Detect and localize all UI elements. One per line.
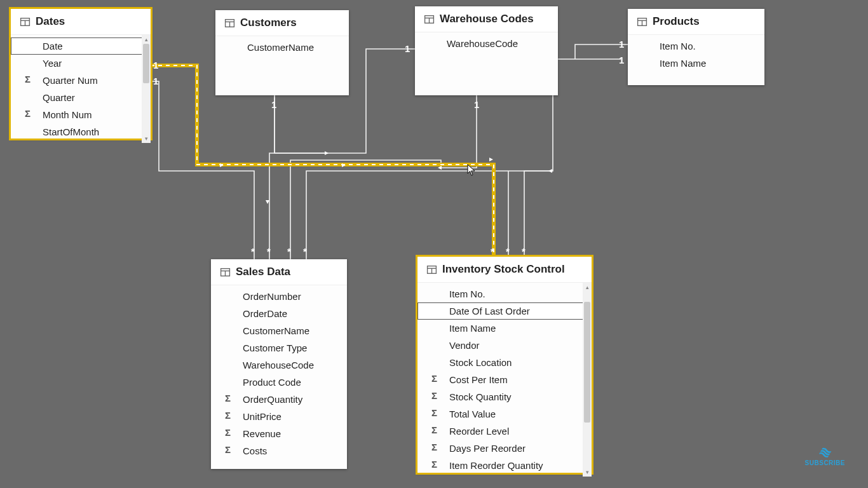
cardinality-label: * [303,246,307,257]
field-label: WarehouseCode [447,38,518,49]
field-label: OrderNumber [243,291,301,302]
sigma-icon: Σ [225,393,231,403]
table-icon [20,17,31,27]
sigma-icon: Σ [431,442,437,452]
cardinality-label: 1 [619,55,624,65]
field-label: UnitPrice [243,411,281,422]
field-row[interactable]: ΣOrderQuantity [211,391,347,408]
field-row[interactable]: ΣReorder Level [417,423,592,440]
field-row[interactable]: ΣTotal Value [417,405,592,423]
field-row[interactable]: WarehouseCode [415,35,558,52]
sigma-icon: Σ [431,424,437,435]
filter-direction-icon [547,168,553,174]
cardinality-label: 1 [474,99,479,110]
field-row[interactable]: ΣUnitPrice [211,408,347,425]
scroll-up-icon[interactable]: ▴ [142,35,151,44]
field-label: Customer Type [243,342,307,353]
field-row[interactable]: Item No. [628,37,764,55]
field-row[interactable]: Item No. [417,285,592,302]
field-row[interactable]: CustomerName [215,39,349,56]
scroll-up-icon[interactable]: ▴ [583,283,592,292]
scroll-thumb[interactable] [584,302,590,423]
table-header[interactable]: Sales Data [211,259,347,285]
table-header[interactable]: Dates [11,9,151,35]
sigma-icon: Σ [225,444,231,455]
field-row[interactable]: ΣCosts [211,442,347,459]
field-label: Item No. [449,288,485,299]
table-sales[interactable]: Sales DataOrderNumberOrderDateCustomerNa… [211,259,347,469]
field-row[interactable]: Vendor [417,337,592,354]
cardinality-label: 1 [271,99,276,110]
table-dates[interactable]: DatesDateYearΣQuarter NumQuarterΣMonth N… [11,9,151,139]
field-row[interactable]: OrderNumber [211,288,347,305]
field-row[interactable]: CustomerName [211,322,347,339]
table-inventory[interactable]: Inventory Stock ControlItem No.Date Of L… [417,257,592,473]
field-label: Vendor [449,340,480,351]
field-row[interactable]: ΣItem Reorder Quantity [417,457,592,474]
field-label: Stock Quantity [449,391,512,402]
scroll-down-icon[interactable]: ▾ [142,134,151,143]
field-row[interactable]: ΣCost Per Item [417,371,592,388]
dna-icon: ≋ [817,445,832,460]
relationship-line[interactable] [290,95,477,259]
table-title: Inventory Stock Control [442,263,565,276]
field-label: WarehouseCode [243,360,314,370]
cardinality-label: 1 [153,60,158,71]
field-row[interactable]: ΣRevenue [211,425,347,442]
field-label: Item Name [660,58,706,69]
cardinality-label: 1 [619,39,624,50]
field-label: Total Value [449,409,496,419]
field-row[interactable]: Item Name [417,320,592,337]
field-row[interactable]: Stock Location [417,354,592,371]
model-canvas[interactable]: DatesDateYearΣQuarter NumQuarterΣMonth N… [0,0,868,488]
table-warehouse[interactable]: Warehouse CodesWarehouseCode [415,6,558,95]
sigma-icon: Σ [431,407,437,418]
field-label: Item No. [660,41,696,51]
field-label: Date Of Last Order [449,306,530,316]
filter-direction-icon [437,165,443,171]
table-header[interactable]: Inventory Stock Control [417,257,592,283]
table-title: Customers [240,17,297,29]
scroll-thumb[interactable] [143,44,149,83]
field-row[interactable]: ΣQuarter Num [11,72,151,89]
field-label: Days Per Reorder [449,443,526,454]
scroll-down-icon[interactable]: ▾ [583,468,592,477]
cardinality-label: 1 [405,43,410,54]
field-row[interactable]: WarehouseCode [211,356,347,374]
field-row[interactable]: ΣDays Per Reorder [417,440,592,457]
field-row[interactable]: Item Name [628,55,764,72]
field-label: Item Reorder Quantity [449,460,543,471]
field-label: Product Code [243,377,301,388]
field-row[interactable]: StartOfMonth [11,123,151,140]
field-row[interactable]: Date Of Last Order [417,302,592,320]
field-row[interactable]: Quarter [11,89,151,106]
table-header[interactable]: Customers [215,10,349,36]
field-row[interactable]: OrderDate [211,305,347,322]
cardinality-label: 1 [153,76,158,86]
cardinality-label: * [267,246,271,257]
field-label: Date [43,41,63,51]
table-products[interactable]: ProductsItem No.Item Name [628,9,764,85]
relationship-line[interactable] [269,95,328,259]
field-row[interactable]: ΣStock Quantity [417,388,592,405]
relationship-line[interactable] [151,81,254,259]
table-scrollbar[interactable]: ▴▾ [142,35,151,143]
field-label: Month Num [43,109,92,120]
sigma-icon: Σ [25,108,31,119]
table-scrollbar[interactable]: ▴▾ [583,283,592,477]
filter-direction-icon [219,162,225,168]
field-row[interactable]: ΣMonth Num [11,106,151,123]
table-header[interactable]: Products [628,9,764,35]
field-row[interactable]: Customer Type [211,339,347,356]
sigma-icon: Σ [225,410,231,421]
table-header[interactable]: Warehouse Codes [415,6,558,32]
mouse-cursor-icon [467,164,476,177]
field-label: OrderDate [243,308,287,319]
field-row[interactable]: Date [11,37,151,55]
field-label: Quarter [43,92,75,103]
field-label: StartOfMonth [43,126,99,137]
relationship-line[interactable] [524,171,553,257]
table-customers[interactable]: CustomersCustomerName [215,10,349,95]
field-row[interactable]: Year [11,55,151,72]
field-row[interactable]: Product Code [211,374,347,391]
